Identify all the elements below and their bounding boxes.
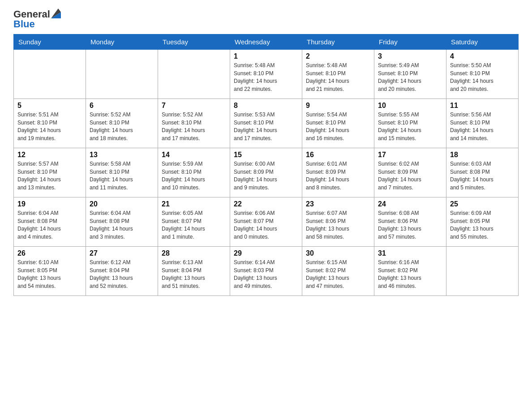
day-info: Sunrise: 5:54 AM Sunset: 8:10 PM Dayligh… [306, 111, 370, 142]
day-number: 25 [450, 200, 515, 208]
header-friday: Friday [374, 34, 446, 50]
calendar-cell: 3Sunrise: 5:49 AM Sunset: 8:10 PM Daylig… [374, 50, 446, 99]
calendar-cell [86, 50, 158, 99]
calendar-cell: 6Sunrise: 5:52 AM Sunset: 8:10 PM Daylig… [86, 99, 158, 148]
day-number: 8 [234, 102, 298, 110]
day-number: 17 [378, 151, 442, 159]
day-number: 26 [17, 249, 82, 257]
calendar-cell: 17Sunrise: 6:02 AM Sunset: 8:09 PM Dayli… [374, 148, 446, 197]
day-info: Sunrise: 6:06 AM Sunset: 8:07 PM Dayligh… [234, 210, 298, 241]
day-info: Sunrise: 5:56 AM Sunset: 8:10 PM Dayligh… [450, 111, 515, 142]
calendar-cell: 23Sunrise: 6:07 AM Sunset: 8:06 PM Dayli… [302, 197, 374, 247]
day-info: Sunrise: 5:52 AM Sunset: 8:10 PM Dayligh… [90, 111, 154, 142]
header-sunday: Sunday [14, 34, 86, 50]
day-info: Sunrise: 6:13 AM Sunset: 8:04 PM Dayligh… [162, 259, 226, 290]
calendar-cell: 14Sunrise: 5:59 AM Sunset: 8:10 PM Dayli… [158, 148, 230, 197]
header-monday: Monday [86, 34, 158, 50]
day-info: Sunrise: 5:51 AM Sunset: 8:10 PM Dayligh… [17, 111, 82, 142]
day-info: Sunrise: 6:10 AM Sunset: 8:05 PM Dayligh… [17, 259, 82, 290]
day-info: Sunrise: 6:09 AM Sunset: 8:05 PM Dayligh… [450, 210, 515, 241]
day-number: 13 [90, 151, 154, 159]
calendar-cell: 13Sunrise: 5:58 AM Sunset: 8:10 PM Dayli… [86, 148, 158, 197]
calendar-cell: 12Sunrise: 5:57 AM Sunset: 8:10 PM Dayli… [14, 148, 86, 197]
day-number: 24 [378, 200, 442, 208]
day-info: Sunrise: 6:04 AM Sunset: 8:08 PM Dayligh… [90, 210, 154, 241]
calendar-cell: 1Sunrise: 5:48 AM Sunset: 8:10 PM Daylig… [230, 50, 302, 99]
day-number: 2 [306, 52, 370, 60]
day-number: 22 [234, 200, 298, 208]
day-number: 27 [90, 249, 154, 257]
day-number: 15 [234, 151, 298, 159]
day-number: 11 [450, 102, 515, 110]
day-number: 19 [17, 200, 82, 208]
day-number: 5 [17, 102, 82, 110]
day-info: Sunrise: 5:48 AM Sunset: 8:10 PM Dayligh… [234, 62, 298, 93]
day-number: 1 [234, 52, 298, 60]
day-info: Sunrise: 6:04 AM Sunset: 8:08 PM Dayligh… [17, 210, 82, 241]
day-number: 31 [378, 249, 442, 257]
day-number: 3 [378, 52, 442, 60]
calendar-week-4: 26Sunrise: 6:10 AM Sunset: 8:05 PM Dayli… [14, 247, 519, 296]
calendar-cell: 29Sunrise: 6:14 AM Sunset: 8:03 PM Dayli… [230, 247, 302, 296]
calendar-cell: 21Sunrise: 6:05 AM Sunset: 8:07 PM Dayli… [158, 197, 230, 247]
day-info: Sunrise: 6:08 AM Sunset: 8:06 PM Dayligh… [378, 210, 442, 241]
calendar-header: SundayMondayTuesdayWednesdayThursdayFrid… [14, 34, 519, 50]
calendar-cell: 26Sunrise: 6:10 AM Sunset: 8:05 PM Dayli… [14, 247, 86, 296]
calendar-week-3: 19Sunrise: 6:04 AM Sunset: 8:08 PM Dayli… [14, 197, 519, 247]
calendar-cell: 5Sunrise: 5:51 AM Sunset: 8:10 PM Daylig… [14, 99, 86, 148]
day-number: 21 [162, 200, 226, 208]
day-info: Sunrise: 5:57 AM Sunset: 8:10 PM Dayligh… [17, 160, 82, 192]
day-number: 9 [306, 102, 370, 110]
header-tuesday: Tuesday [158, 34, 230, 50]
calendar-cell: 25Sunrise: 6:09 AM Sunset: 8:05 PM Dayli… [446, 197, 519, 247]
day-number: 20 [90, 200, 154, 208]
calendar-cell: 27Sunrise: 6:12 AM Sunset: 8:04 PM Dayli… [86, 247, 158, 296]
header-saturday: Saturday [446, 34, 519, 50]
header-wednesday: Wednesday [230, 34, 302, 50]
calendar-cell: 8Sunrise: 5:53 AM Sunset: 8:10 PM Daylig… [230, 99, 302, 148]
calendar-cell [14, 50, 86, 99]
calendar-cell: 19Sunrise: 6:04 AM Sunset: 8:08 PM Dayli… [14, 197, 86, 247]
day-number: 28 [162, 249, 226, 257]
calendar-cell: 28Sunrise: 6:13 AM Sunset: 8:04 PM Dayli… [158, 247, 230, 296]
day-info: Sunrise: 6:07 AM Sunset: 8:06 PM Dayligh… [306, 210, 370, 241]
day-info: Sunrise: 6:02 AM Sunset: 8:09 PM Dayligh… [378, 160, 442, 192]
calendar-header-row: SundayMondayTuesdayWednesdayThursdayFrid… [14, 34, 519, 50]
logo-blue-text: Blue [13, 19, 61, 30]
calendar-cell: 11Sunrise: 5:56 AM Sunset: 8:10 PM Dayli… [446, 99, 519, 148]
day-number: 6 [90, 102, 154, 110]
day-info: Sunrise: 5:48 AM Sunset: 8:10 PM Dayligh… [306, 62, 370, 93]
calendar-week-1: 5Sunrise: 5:51 AM Sunset: 8:10 PM Daylig… [14, 99, 519, 148]
day-info: Sunrise: 6:15 AM Sunset: 8:02 PM Dayligh… [306, 259, 370, 290]
calendar-cell: 4Sunrise: 5:50 AM Sunset: 8:10 PM Daylig… [446, 50, 519, 99]
calendar-cell: 22Sunrise: 6:06 AM Sunset: 8:07 PM Dayli… [230, 197, 302, 247]
calendar-cell [446, 247, 519, 296]
day-info: Sunrise: 5:53 AM Sunset: 8:10 PM Dayligh… [234, 111, 298, 142]
calendar-week-2: 12Sunrise: 5:57 AM Sunset: 8:10 PM Dayli… [14, 148, 519, 197]
calendar-cell: 16Sunrise: 6:01 AM Sunset: 8:09 PM Dayli… [302, 148, 374, 197]
day-info: Sunrise: 6:01 AM Sunset: 8:09 PM Dayligh… [306, 160, 370, 192]
calendar-table: SundayMondayTuesdayWednesdayThursdayFrid… [13, 34, 519, 296]
day-number: 23 [306, 200, 370, 208]
day-info: Sunrise: 5:50 AM Sunset: 8:10 PM Dayligh… [450, 62, 515, 93]
day-info: Sunrise: 5:52 AM Sunset: 8:10 PM Dayligh… [162, 111, 226, 142]
logo-triangle-icon [51, 9, 61, 18]
day-number: 10 [378, 102, 442, 110]
day-number: 14 [162, 151, 226, 159]
calendar-cell: 9Sunrise: 5:54 AM Sunset: 8:10 PM Daylig… [302, 99, 374, 148]
day-number: 30 [306, 249, 370, 257]
day-number: 12 [17, 151, 82, 159]
day-number: 29 [234, 249, 298, 257]
day-info: Sunrise: 5:58 AM Sunset: 8:10 PM Dayligh… [90, 160, 154, 192]
day-number: 4 [450, 52, 515, 60]
day-info: Sunrise: 6:03 AM Sunset: 8:08 PM Dayligh… [450, 160, 515, 192]
header-thursday: Thursday [302, 34, 374, 50]
calendar-cell: 18Sunrise: 6:03 AM Sunset: 8:08 PM Dayli… [446, 148, 519, 197]
calendar-cell: 30Sunrise: 6:15 AM Sunset: 8:02 PM Dayli… [302, 247, 374, 296]
calendar-cell: 15Sunrise: 6:00 AM Sunset: 8:09 PM Dayli… [230, 148, 302, 197]
day-number: 18 [450, 151, 515, 159]
day-info: Sunrise: 6:05 AM Sunset: 8:07 PM Dayligh… [162, 210, 226, 241]
day-info: Sunrise: 6:14 AM Sunset: 8:03 PM Dayligh… [234, 259, 298, 290]
day-info: Sunrise: 6:16 AM Sunset: 8:02 PM Dayligh… [378, 259, 442, 290]
calendar-cell: 24Sunrise: 6:08 AM Sunset: 8:06 PM Dayli… [374, 197, 446, 247]
